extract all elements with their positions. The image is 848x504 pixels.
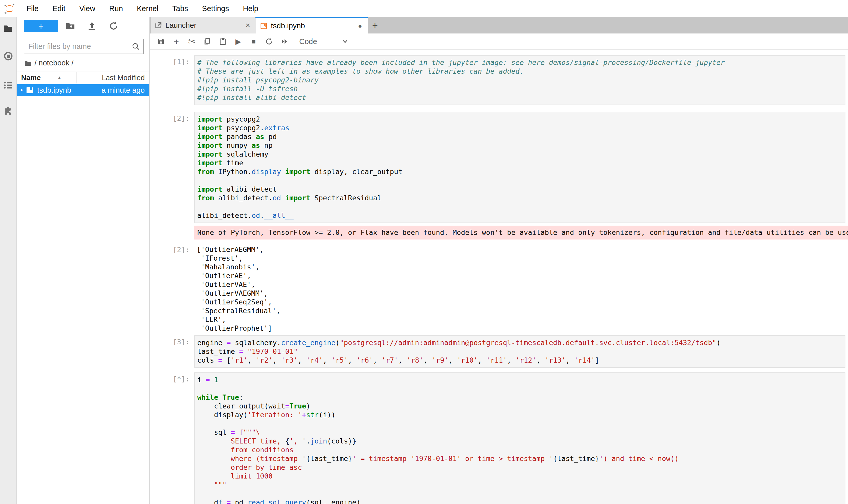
code-line: import psycopg2.extras xyxy=(197,124,845,132)
menu-settings[interactable]: Settings xyxy=(195,4,236,13)
cell-type-select[interactable]: Code xyxy=(299,37,317,46)
breadcrumb-path: / notebook / xyxy=(35,59,74,67)
code-line: SELECT time, {', '.join(cols)} xyxy=(197,437,845,446)
tab-launcher[interactable]: Launcher × xyxy=(151,17,255,34)
code-line: import pandas as pd xyxy=(197,132,845,141)
stderr-text: None of PyTorch, TensorFlow >= 2.0, or F… xyxy=(194,226,848,239)
notebook-scroll-area[interactable]: [1]:# The following libraries have alrea… xyxy=(150,51,848,504)
code-line: df = pd.read_sql_query(sql, engine) xyxy=(197,498,845,504)
new-launcher-button[interactable]: + xyxy=(24,20,58,32)
insert-cell-icon[interactable]: + xyxy=(172,37,181,46)
file-modified: a minute ago xyxy=(102,86,145,94)
menu-tabs[interactable]: Tabs xyxy=(165,4,195,13)
menu-view[interactable]: View xyxy=(72,4,102,13)
code-cell[interactable]: [3]:engine = sqlalchemy.create_engine("p… xyxy=(150,335,848,368)
code-line: import numpy as np xyxy=(197,141,845,150)
output-line: ['OutlierAEGMM', xyxy=(197,245,848,254)
table-of-contents-icon[interactable] xyxy=(4,80,13,90)
tab-bar: Launcher × tsdb.ipynb ● + xyxy=(150,17,848,34)
output-line: 'SpectralResidual', xyxy=(197,306,848,315)
code-line xyxy=(197,176,845,185)
code-line: alibi_detect.od.__all__ xyxy=(197,211,845,220)
code-line: limit 1000 xyxy=(197,472,845,481)
filter-files-input[interactable] xyxy=(24,42,132,51)
cut-cells-icon[interactable]: ✂ xyxy=(187,37,196,46)
code-line: from IPython.display import display, cle… xyxy=(197,167,845,176)
sort-ascending-icon[interactable]: ▲ xyxy=(57,75,61,80)
cell-editor[interactable]: # The following libraries have already b… xyxy=(194,55,845,105)
code-line xyxy=(197,489,845,498)
extension-manager-icon[interactable] xyxy=(4,106,13,115)
upload-icon[interactable] xyxy=(87,21,97,31)
menu-help[interactable]: Help xyxy=(236,4,265,13)
stderr-output-cell[interactable]: None of PyTorch, TensorFlow >= 2.0, or F… xyxy=(150,226,848,239)
new-folder-icon[interactable] xyxy=(66,21,75,31)
notebook-file-icon xyxy=(26,86,34,94)
code-line: order by time asc xyxy=(197,463,845,472)
cell-prompt: [2]: xyxy=(150,243,194,334)
code-line: i = 1 xyxy=(197,376,845,384)
code-line: """ xyxy=(197,481,845,489)
output-line: 'OutlierSeq2Seq', xyxy=(197,298,848,306)
cell-editor[interactable]: i = 1 while True: clear_output(wait=True… xyxy=(194,373,845,504)
code-line: #!pip install -U tsfresh xyxy=(197,85,845,93)
restart-run-all-icon[interactable] xyxy=(280,37,289,46)
interrupt-kernel-icon[interactable]: ■ xyxy=(249,37,258,46)
chevron-down-icon[interactable] xyxy=(342,38,348,45)
code-cell[interactable]: [*]:i = 1 while True: clear_output(wait=… xyxy=(150,373,848,504)
cell-editor[interactable]: engine = sqlalchemy.create_engine("postg… xyxy=(194,335,845,368)
cell-prompt: [1]: xyxy=(150,55,194,105)
code-cell[interactable]: [1]:# The following libraries have alrea… xyxy=(150,55,848,105)
code-line: display('Iteration: '+str(i)) xyxy=(197,411,845,419)
menu-file[interactable]: File xyxy=(20,4,46,13)
code-cell[interactable]: [2]:import psycopg2import psycopg2.extra… xyxy=(150,112,848,223)
cell-editor[interactable]: import psycopg2import psycopg2.extrasimp… xyxy=(194,112,845,223)
search-icon xyxy=(132,42,140,50)
code-line xyxy=(197,384,845,393)
menu-run[interactable]: Run xyxy=(102,4,130,13)
code-line: import sqlalchemy xyxy=(197,150,845,159)
refresh-icon[interactable] xyxy=(109,21,119,31)
code-line: from conditions xyxy=(197,446,845,454)
breadcrumb[interactable]: / notebook / xyxy=(24,59,74,67)
run-cell-icon[interactable]: ▶ xyxy=(234,37,242,46)
column-divider xyxy=(76,72,77,84)
column-last-modified[interactable]: Last Modified xyxy=(102,74,145,82)
output-line: 'IForest', xyxy=(197,254,848,263)
code-line: # The following libraries have already b… xyxy=(197,58,845,67)
running-kernel-dot: • xyxy=(21,87,23,94)
code-line xyxy=(197,202,845,211)
menu-edit[interactable]: Edit xyxy=(46,4,72,13)
new-tab-button[interactable]: + xyxy=(368,17,382,34)
copy-cells-icon[interactable] xyxy=(203,37,212,46)
tab-label: tsdb.ipynb xyxy=(271,22,305,30)
notebook-icon xyxy=(260,22,267,30)
file-browser-icon[interactable] xyxy=(4,24,13,33)
output-line: 'OutlierProphet'] xyxy=(197,324,848,333)
menu-kernel[interactable]: Kernel xyxy=(130,4,165,13)
save-icon[interactable] xyxy=(157,37,165,46)
code-line: import psycopg2 xyxy=(197,115,845,124)
code-line: from alibi_detect.od import SpectralResi… xyxy=(197,194,845,202)
code-line: #!pip install alibi-detect xyxy=(197,93,845,102)
file-row-selected[interactable]: • tsdb.ipynb a minute ago xyxy=(17,84,149,96)
output-line: 'Mahalanobis', xyxy=(197,263,848,271)
close-tab-icon[interactable]: × xyxy=(246,21,250,30)
cell-prompt: [3]: xyxy=(150,335,194,368)
home-folder-icon[interactable] xyxy=(24,59,32,67)
running-sessions-icon[interactable] xyxy=(4,52,13,61)
column-name[interactable]: Name xyxy=(21,74,41,82)
paste-cells-icon[interactable] xyxy=(218,37,227,46)
code-line: import time xyxy=(197,159,845,167)
tab-tsdb-notebook[interactable]: tsdb.ipynb ● xyxy=(255,17,368,34)
code-line: last_time = "1970-01-01" xyxy=(197,347,845,356)
code-line: cols = ['r1', 'r2', 'r3', 'r4', 'r5', 'r… xyxy=(197,356,845,365)
code-line xyxy=(197,419,845,428)
cell-prompt: [*]: xyxy=(150,373,194,504)
output-line: 'LLR', xyxy=(197,315,848,324)
filter-files-box xyxy=(24,39,144,54)
execute-result-cell[interactable]: [2]:['OutlierAEGMM', 'IForest', 'Mahalan… xyxy=(150,243,848,334)
cell-prompt xyxy=(150,226,194,239)
restart-kernel-icon[interactable] xyxy=(265,37,273,46)
output-line: 'OutlierVAE', xyxy=(197,280,848,289)
